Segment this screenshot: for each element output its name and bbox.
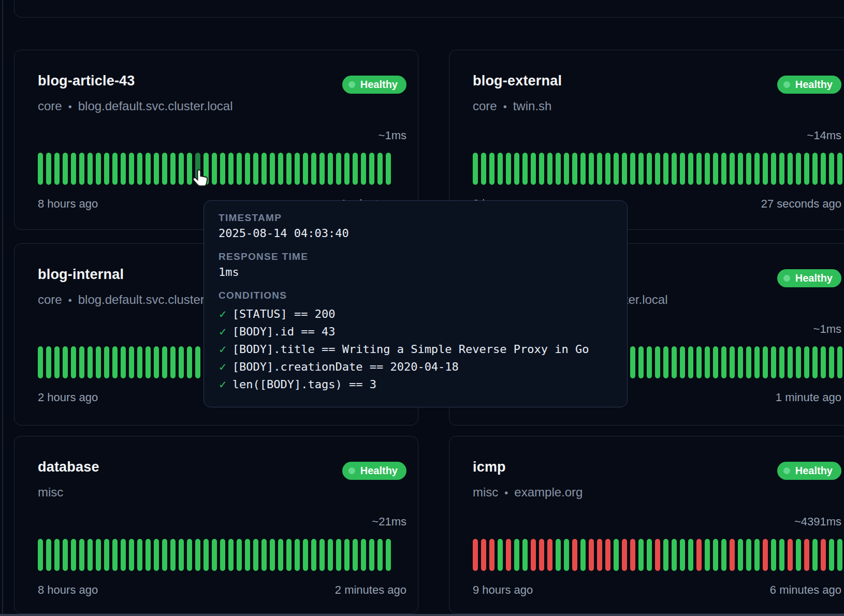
history-bar[interactable] [253,153,258,185]
history-bar[interactable] [270,539,275,571]
history-bar[interactable] [220,539,225,571]
history-bar[interactable] [336,539,341,571]
history-bar[interactable] [771,153,776,185]
history-bar[interactable] [630,539,635,571]
history-bar[interactable] [829,153,834,185]
history-bar[interactable] [377,539,383,571]
history-bar[interactable] [837,539,842,571]
history-bar[interactable] [79,539,84,571]
history-bar[interactable] [746,346,751,378]
history-bar[interactable] [220,153,225,185]
history-bar[interactable] [112,153,118,185]
history-bar[interactable] [812,153,818,185]
history-bar[interactable] [746,539,751,571]
history-bar[interactable] [597,153,602,185]
history-bar[interactable] [754,346,760,378]
history-bar[interactable] [647,153,652,185]
history-bar[interactable] [837,346,842,378]
history-bar[interactable] [812,346,818,378]
history-bar[interactable] [104,346,109,378]
history-bar[interactable] [179,539,184,571]
history-bar[interactable] [38,153,43,185]
history-bar[interactable] [170,539,176,571]
history-bar[interactable] [121,153,126,185]
history-bar[interactable] [680,153,685,185]
history-bar[interactable] [663,346,668,378]
history-bar[interactable] [647,539,652,571]
history-bar[interactable] [796,153,801,185]
history-bar[interactable] [203,539,209,571]
history-bar[interactable] [572,539,577,571]
history-bar[interactable] [605,153,610,185]
history-bar[interactable] [162,346,167,378]
history-bar[interactable] [145,153,151,185]
history-bar[interactable] [564,153,569,185]
history-bar[interactable] [498,539,503,571]
history-bar[interactable] [187,346,192,378]
history-bar[interactable] [179,153,184,185]
history-bar[interactable] [812,539,818,571]
history-bar[interactable] [377,153,383,185]
history-bar[interactable] [295,539,300,571]
history-bar[interactable] [564,539,569,571]
history-bar[interactable] [170,346,176,378]
history-bar[interactable] [137,153,142,185]
history-bar[interactable] [112,346,118,378]
history-bar[interactable] [63,346,68,378]
history-bar[interactable] [311,153,316,185]
history-bar[interactable] [245,539,250,571]
history-bar[interactable] [713,539,718,571]
history-bar[interactable] [162,153,167,185]
history-bar[interactable] [672,346,677,378]
history-bar[interactable] [369,153,374,185]
history-bar[interactable] [821,539,826,571]
history-bar[interactable] [672,153,677,185]
history-bar[interactable] [788,153,793,185]
history-bar[interactable] [738,539,743,571]
history-bar[interactable] [328,153,333,185]
history-bar[interactable] [705,153,710,185]
history-bar[interactable] [212,153,217,185]
history-bar[interactable] [680,539,685,571]
history-bar[interactable] [162,539,167,571]
history-bar[interactable] [46,346,51,378]
history-bar[interactable] [506,153,511,185]
history-bar[interactable] [638,346,644,378]
history-bar[interactable] [481,539,486,571]
history-bar[interactable] [771,346,776,378]
history-bar[interactable] [539,539,544,571]
history-bar[interactable] [696,346,702,378]
history-bar[interactable] [622,153,627,185]
history-bar[interactable] [473,539,478,571]
history-bar[interactable] [112,539,118,571]
history-bar[interactable] [237,153,242,185]
history-bar[interactable] [46,153,51,185]
history-bar[interactable] [319,153,325,185]
history-bar[interactable] [137,539,142,571]
history-bar[interactable] [353,539,358,571]
history-bar[interactable] [804,346,809,378]
history-bar[interactable] [369,539,374,571]
history-bar[interactable] [672,539,677,571]
history-bar[interactable] [779,346,784,378]
history-bar[interactable] [605,539,610,571]
history-bar[interactable] [688,346,693,378]
history-bar[interactable] [647,346,652,378]
history-bar[interactable] [531,539,536,571]
history-bar[interactable] [763,539,768,571]
history-bar[interactable] [278,539,283,571]
history-bar[interactable] [212,539,217,571]
history-bar[interactable] [386,539,391,571]
history-bar[interactable] [696,539,702,571]
history-bar[interactable] [328,539,333,571]
history-bar[interactable] [121,346,126,378]
history-bar[interactable] [655,539,660,571]
history-bar[interactable] [228,153,234,185]
history-bar[interactable] [655,346,660,378]
history-bar[interactable] [71,346,76,378]
history-bar[interactable] [489,153,494,185]
endpoint-card-database[interactable]: database misc Healthy ~21ms 8 hours ago … [14,436,418,614]
history-bar[interactable] [589,153,594,185]
history-bar[interactable] [311,539,316,571]
history-bar[interactable] [386,153,391,185]
